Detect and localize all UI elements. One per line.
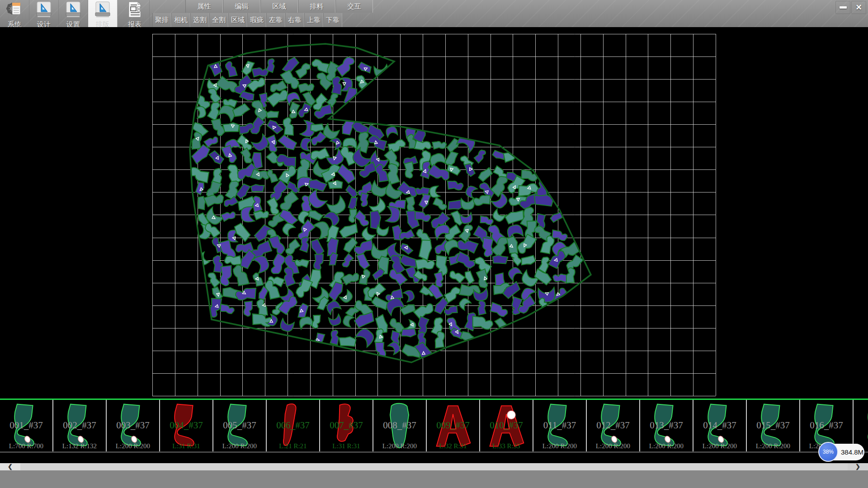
piece-thumbnail-strip: 001_#37 L:700 R:700 002_#37 L:132 R:132 … [0,400,868,452]
menu-row-tools: 聚排相机选割全割区域瑕疵左靠右靠上靠下靠 [152,13,342,27]
piece-shape [646,402,686,450]
piece-thumbnail[interactable]: 002_#37 L:132 R:132 [53,400,107,451]
main-tab-label: 系统 [8,20,21,27]
piece-thumbnail[interactable]: 015_#37 L:200 R:200 [747,400,800,451]
application-window: 系统设计设置排版报表 属性编辑区域排料交互 聚排相机选割全割区域瑕疵左靠右靠上靠… [0,0,868,488]
minimize-button[interactable] [835,1,850,14]
layout-ruler-icon [94,1,111,20]
main-tab-report[interactable]: 报表 [120,0,150,27]
piece-shape [60,402,99,450]
minimize-icon [840,6,847,9]
design-ruler-icon [35,1,52,20]
tool-button[interactable]: 全割 [209,13,228,27]
piece-thumbnail[interactable]: 003_#37 L:200 R:200 [107,400,160,451]
piece-shape [860,402,868,450]
progress-badge: 38% 384.8M [819,444,864,460]
piece-thumbnail[interactable]: 007_#37 L:31 R:31 [320,400,373,451]
piece-shape [273,402,313,450]
window-controls: ✕ [835,1,866,14]
menu-item[interactable]: 编辑 [223,0,260,13]
scroll-left-button[interactable]: ❮ [0,463,20,470]
tool-button[interactable]: 上靠 [304,13,323,27]
progress-circle: 38% [818,442,838,462]
piece-shape [166,402,206,450]
piece-shape [486,402,526,450]
tool-button[interactable]: 区域 [228,13,247,27]
piece-shape [326,402,366,450]
main-tab-system[interactable]: 系统 [0,0,29,27]
piece-thumbnail[interactable]: 009_#37 L:32 R:31 [427,400,480,451]
piece-thumbnail[interactable]: 006_#37 L:21 R:21 [267,400,320,451]
nesting-canvas[interactable] [0,27,868,399]
piece-shape [700,402,740,450]
main-tab-layout-ruler[interactable]: 排版 [88,0,118,27]
scrollbar-track[interactable] [20,463,868,470]
scroll-right-button[interactable]: ❯ [848,463,868,470]
tool-button[interactable]: 选割 [190,13,209,27]
piece-thumbnail[interactable]: 010_#37 L:33 R:33 [480,400,533,451]
close-icon: ✕ [855,4,862,11]
piece-thumbnail[interactable]: 011_#37 L:200 R:200 [533,400,587,451]
menu-item[interactable]: 排料 [298,0,335,13]
menu-item[interactable]: 交互 [335,0,373,13]
piece-shape [753,402,793,450]
piece-thumbnail[interactable]: 014_#37 L:200 R:200 [693,400,747,451]
report-icon [126,1,143,20]
piece-shape [540,402,580,450]
close-button[interactable]: ✕ [851,1,866,14]
tool-button[interactable]: 右靠 [285,13,304,27]
piece-thumbnail[interactable]: 005_#37 L:200 R:200 [213,400,267,451]
piece-thumbnail[interactable]: 001_#37 L:700 R:700 [0,400,53,451]
main-tab-label: 报表 [128,20,142,27]
piece-shape [433,402,473,450]
tool-button[interactable]: 下靠 [323,13,342,27]
main-tab-label: 设计 [37,20,51,27]
main-tab-label: 排版 [96,20,109,27]
tool-button[interactable]: 相机 [171,13,190,27]
piece-thumbnail[interactable]: 008_#37 L:200 R:200 [373,400,427,451]
main-tab-buttons: 系统设计设置排版报表 [0,0,150,27]
piece-shape [380,402,420,450]
settings-ruler-icon [65,1,82,20]
tool-button[interactable]: 聚排 [152,13,171,27]
menu-item[interactable]: 属性 [185,0,223,13]
piece-shape [220,402,259,450]
horizontal-scrollbar[interactable]: ❮ ❯ [0,463,868,470]
window-bottom-bar [0,470,868,488]
menu-row-primary: 属性编辑区域排料交互 [185,0,373,13]
main-tab-settings-ruler[interactable]: 设置 [59,0,88,27]
menu-item[interactable]: 区域 [260,0,298,13]
piece-shape [593,402,633,450]
memory-value: 384.8M [841,448,863,456]
tool-button[interactable]: 左靠 [266,13,285,27]
system-icon [6,1,23,20]
piece-shape [113,402,153,450]
tool-button[interactable]: 瑕疵 [247,13,266,27]
toolbar: 系统设计设置排版报表 属性编辑区域排料交互 聚排相机选割全割区域瑕疵左靠右靠上靠… [0,0,868,27]
piece-thumbnail[interactable]: 013_#37 L:200 R:200 [640,400,693,451]
main-tab-label: 设置 [66,20,80,27]
piece-thumbnail[interactable]: 012_#37 L:200 R:200 [587,400,640,451]
piece-shape [6,402,46,450]
piece-thumbnail[interactable]: 004_#37 L:31 R:31 [160,400,213,451]
main-tab-design-ruler[interactable]: 设计 [29,0,59,27]
progress-percent: 38% [823,449,834,455]
